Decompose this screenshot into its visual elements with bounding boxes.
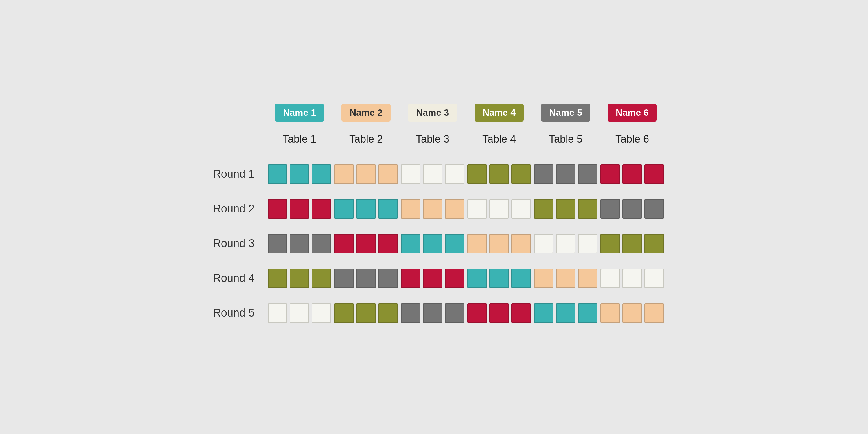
square-r4-c2-s1[interactable] [334,269,354,288]
square-r4-c5-s2[interactable] [556,269,576,288]
name-badge-6[interactable]: Name 6 [608,104,657,122]
square-r5-c3-s2[interactable] [423,303,442,323]
square-r4-c5-s3[interactable] [578,269,597,288]
square-r3-c5-s1[interactable] [534,234,554,253]
square-r3-c1-s2[interactable] [290,234,309,253]
square-r1-c4-s3[interactable] [511,164,531,184]
square-r1-c3-s1[interactable] [401,164,421,184]
square-r1-c6-s2[interactable] [622,164,642,184]
square-r4-c6-s2[interactable] [622,269,642,288]
square-r3-c2-s2[interactable] [356,234,376,253]
square-r5-c5-s2[interactable] [556,303,576,323]
square-r2-c3-s1[interactable] [401,199,421,219]
square-r4-c4-s1[interactable] [467,269,487,288]
square-r3-c2-s1[interactable] [334,234,354,253]
square-r3-c6-s3[interactable] [644,234,664,253]
square-r1-c6-s3[interactable] [644,164,664,184]
square-r4-c5-s1[interactable] [534,269,554,288]
square-r4-c6-s1[interactable] [600,269,620,288]
square-r5-c2-s2[interactable] [356,303,376,323]
square-r2-c6-s2[interactable] [622,199,642,219]
square-r4-c1-s2[interactable] [290,269,309,288]
square-r2-c4-s1[interactable] [467,199,487,219]
square-r4-c1-s1[interactable] [268,269,287,288]
square-r2-c3-s2[interactable] [423,199,442,219]
square-r4-c3-s2[interactable] [423,269,442,288]
square-r5-c2-s1[interactable] [334,303,354,323]
square-r5-c3-s3[interactable] [445,303,464,323]
square-r4-c6-s3[interactable] [644,269,664,288]
square-r4-c2-s3[interactable] [378,269,398,288]
square-r2-c5-s2[interactable] [556,199,576,219]
square-r5-c1-s3[interactable] [312,303,331,323]
square-r1-c2-s3[interactable] [378,164,398,184]
square-r3-c4-s3[interactable] [511,234,531,253]
name-badge-2[interactable]: Name 2 [341,104,391,122]
col-group-5: Name 5 [532,104,599,124]
square-r1-c1-s2[interactable] [290,164,309,184]
square-r4-c4-s3[interactable] [511,269,531,288]
square-r1-c6-s1[interactable] [600,164,620,184]
square-r3-c4-s2[interactable] [489,234,509,253]
square-r1-c1-s1[interactable] [268,164,287,184]
square-r2-c4-s2[interactable] [489,199,509,219]
square-r3-c3-s1[interactable] [401,234,421,253]
square-r2-c6-s3[interactable] [644,199,664,219]
square-r2-c5-s1[interactable] [534,199,554,219]
square-r3-c3-s3[interactable] [445,234,464,253]
square-r1-c5-s2[interactable] [556,164,576,184]
square-r2-c2-s2[interactable] [356,199,376,219]
square-r5-c4-s1[interactable] [467,303,487,323]
squares-group-r4-c1 [266,269,333,288]
square-r1-c4-s1[interactable] [467,164,487,184]
name-badge-1[interactable]: Name 1 [275,104,324,122]
square-r3-c1-s3[interactable] [312,234,331,253]
square-r3-c6-s1[interactable] [600,234,620,253]
squares-group-r2-c2 [333,199,399,219]
square-r1-c2-s2[interactable] [356,164,376,184]
square-r2-c1-s1[interactable] [268,199,287,219]
square-r1-c5-s1[interactable] [534,164,554,184]
name-badge-3[interactable]: Name 3 [408,104,457,122]
name-badge-4[interactable]: Name 4 [474,104,524,122]
square-r2-c2-s3[interactable] [378,199,398,219]
square-r5-c3-s1[interactable] [401,303,421,323]
square-r3-c5-s2[interactable] [556,234,576,253]
square-r5-c6-s1[interactable] [600,303,620,323]
square-r3-c6-s2[interactable] [622,234,642,253]
square-r3-c1-s1[interactable] [268,234,287,253]
square-r5-c5-s1[interactable] [534,303,554,323]
square-r2-c3-s3[interactable] [445,199,464,219]
square-r5-c6-s3[interactable] [644,303,664,323]
square-r1-c1-s3[interactable] [312,164,331,184]
square-r1-c3-s2[interactable] [423,164,442,184]
square-r5-c5-s3[interactable] [578,303,597,323]
square-r5-c4-s3[interactable] [511,303,531,323]
square-r2-c1-s3[interactable] [312,199,331,219]
square-r2-c5-s3[interactable] [578,199,597,219]
square-r5-c4-s2[interactable] [489,303,509,323]
square-r5-c6-s2[interactable] [622,303,642,323]
square-r2-c1-s2[interactable] [290,199,309,219]
square-r5-c1-s2[interactable] [290,303,309,323]
square-r2-c6-s1[interactable] [600,199,620,219]
square-r2-c2-s1[interactable] [334,199,354,219]
name-badge-5[interactable]: Name 5 [541,104,590,122]
squares-group-r4-c5 [532,269,599,288]
square-r4-c3-s1[interactable] [401,269,421,288]
square-r1-c2-s1[interactable] [334,164,354,184]
square-r3-c4-s1[interactable] [467,234,487,253]
square-r4-c4-s2[interactable] [489,269,509,288]
square-r3-c5-s3[interactable] [578,234,597,253]
square-r3-c3-s2[interactable] [423,234,442,253]
square-r3-c2-s3[interactable] [378,234,398,253]
square-r5-c1-s1[interactable] [268,303,287,323]
square-r1-c5-s3[interactable] [578,164,597,184]
square-r4-c1-s3[interactable] [312,269,331,288]
square-r2-c4-s3[interactable] [511,199,531,219]
square-r1-c4-s2[interactable] [489,164,509,184]
square-r4-c2-s2[interactable] [356,269,376,288]
square-r4-c3-s3[interactable] [445,269,464,288]
square-r1-c3-s3[interactable] [445,164,464,184]
square-r5-c2-s3[interactable] [378,303,398,323]
